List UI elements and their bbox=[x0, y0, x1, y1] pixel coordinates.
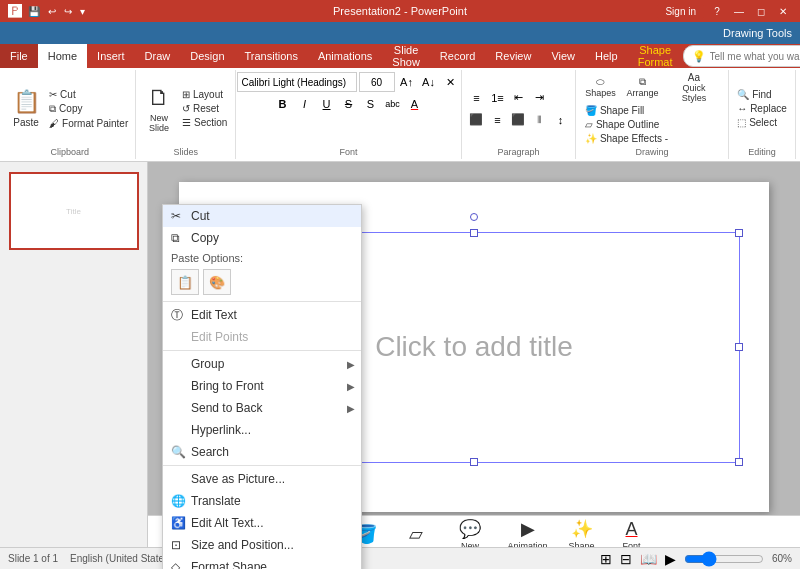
increase-font-btn[interactable]: A↑ bbox=[397, 72, 417, 92]
tab-draw[interactable]: Draw bbox=[135, 44, 181, 68]
ctx-edit-text[interactable]: Ⓣ Edit Text bbox=[163, 304, 361, 326]
handle-br[interactable] bbox=[735, 458, 743, 466]
increase-indent-btn[interactable]: ⇥ bbox=[529, 88, 549, 108]
ctx-bring-front[interactable]: Bring to Front ▶ bbox=[163, 375, 361, 397]
editing-btns: 🔍 Find ↔ Replace ⬚ Select bbox=[734, 88, 790, 129]
bullet-list-btn[interactable]: ≡ bbox=[466, 88, 486, 108]
ctx-alt-text[interactable]: ♿ Edit Alt Text... bbox=[163, 512, 361, 534]
canvas-area[interactable]: Click to add title ✂ Cut ⧉ Copy Paste Op… bbox=[148, 162, 800, 563]
paste-opt-1[interactable]: 📋 bbox=[171, 269, 199, 295]
section-button[interactable]: ☰ Section bbox=[179, 116, 230, 129]
format-painter-button[interactable]: 🖌 Format Painter bbox=[46, 117, 131, 130]
window-title: Presentation2 - PowerPoint bbox=[0, 5, 800, 17]
ctx-sep1 bbox=[163, 301, 361, 302]
quick-styles-icon: Aa bbox=[688, 72, 700, 83]
paste-button[interactable]: 📋 Paste bbox=[8, 80, 44, 138]
copy-button[interactable]: ⧉ Copy bbox=[46, 102, 131, 116]
shadow-button[interactable]: S bbox=[361, 94, 381, 114]
decrease-font-btn[interactable]: A↓ bbox=[419, 72, 439, 92]
editing-content: 🔍 Find ↔ Replace ⬚ Select bbox=[734, 72, 790, 145]
tab-help[interactable]: Help bbox=[585, 44, 628, 68]
shape-outline-btn[interactable]: ▱ Shape Outline bbox=[582, 118, 671, 131]
slide-thumbnail[interactable]: Title bbox=[9, 172, 139, 250]
tab-transitions[interactable]: Transitions bbox=[235, 44, 308, 68]
animation-styles-icon: ▶ bbox=[521, 518, 535, 540]
ctx-search[interactable]: 🔍 Search bbox=[163, 441, 361, 463]
status-right: ⊞ ⊟ 📖 ▶ 60% bbox=[600, 551, 792, 567]
charspacing-button[interactable]: abc bbox=[383, 94, 403, 114]
handle-tm[interactable] bbox=[470, 229, 478, 237]
shape-fill-btn[interactable]: 🪣 Shape Fill bbox=[582, 104, 671, 117]
cut-button[interactable]: ✂ Cut bbox=[46, 88, 131, 101]
font-row2: B I U S S abc A bbox=[273, 94, 425, 114]
find-button[interactable]: 🔍 Find bbox=[734, 88, 790, 101]
ctx-send-back[interactable]: Send to Back ▶ bbox=[163, 397, 361, 419]
quick-styles-button[interactable]: Aa Quick Styles bbox=[666, 72, 722, 102]
font-name-input[interactable] bbox=[237, 72, 357, 92]
slide-sorter-btn[interactable]: ⊟ bbox=[620, 551, 632, 567]
tab-review[interactable]: Review bbox=[485, 44, 541, 68]
ctx-cut[interactable]: ✂ Cut bbox=[163, 205, 361, 227]
clipboard-content: 📋 Paste ✂ Cut ⧉ Copy 🖌 Format Painter bbox=[8, 72, 131, 145]
ctx-format-shape[interactable]: ◇ Format Shape... bbox=[163, 556, 361, 569]
new-comment-icon: 💬 bbox=[459, 518, 481, 540]
tab-slideshow[interactable]: Slide Show bbox=[382, 44, 430, 68]
ctx-group[interactable]: Group ▶ bbox=[163, 353, 361, 375]
align-right-btn[interactable]: ⬛ bbox=[508, 110, 528, 130]
ctx-copy[interactable]: ⧉ Copy bbox=[163, 227, 361, 249]
ctx-size-position[interactable]: ⊡ Size and Position... bbox=[163, 534, 361, 556]
numbered-list-btn[interactable]: 1≡ bbox=[487, 88, 507, 108]
layout-button[interactable]: ⊞ Layout bbox=[179, 88, 230, 101]
paste-opt-2[interactable]: 🎨 bbox=[203, 269, 231, 295]
font-group-label: Font bbox=[340, 145, 358, 157]
arrange-button[interactable]: ⧉ Arrange bbox=[623, 72, 662, 102]
ctx-save-picture[interactable]: Save as Picture... bbox=[163, 468, 361, 490]
strikethrough-button[interactable]: S bbox=[339, 94, 359, 114]
replace-button[interactable]: ↔ Replace bbox=[734, 102, 790, 115]
tell-me-box[interactable]: 💡 bbox=[683, 45, 800, 67]
drawing-group-label: Drawing bbox=[635, 145, 668, 157]
font-size-input[interactable] bbox=[359, 72, 395, 92]
outline-icon: ▱ bbox=[585, 119, 593, 130]
bold-button[interactable]: B bbox=[273, 94, 293, 114]
handle-mr[interactable] bbox=[735, 343, 743, 351]
handle-tr[interactable] bbox=[735, 229, 743, 237]
font-color-button[interactable]: A bbox=[405, 94, 425, 114]
italic-button[interactable]: I bbox=[295, 94, 315, 114]
tab-design[interactable]: Design bbox=[180, 44, 234, 68]
text-direction-btn[interactable]: ↕ bbox=[550, 110, 570, 130]
reset-button[interactable]: ↺ Reset bbox=[179, 102, 230, 115]
handle-bm[interactable] bbox=[470, 458, 478, 466]
ctx-hyperlink[interactable]: Hyperlink... bbox=[163, 419, 361, 441]
tell-me-input[interactable] bbox=[710, 51, 800, 62]
clipboard-small-btns: ✂ Cut ⧉ Copy 🖌 Format Painter bbox=[46, 88, 131, 130]
reading-view-btn[interactable]: 📖 bbox=[640, 551, 657, 567]
new-slide-button[interactable]: 🗋 NewSlide bbox=[141, 80, 177, 138]
normal-view-btn[interactable]: ⊞ bbox=[600, 551, 612, 567]
align-left-btn[interactable]: ⬛ bbox=[466, 110, 486, 130]
align-center-btn[interactable]: ≡ bbox=[487, 110, 507, 130]
tab-record[interactable]: Record bbox=[430, 44, 485, 68]
send-back-arrow: ▶ bbox=[347, 403, 355, 414]
shape-effects-btn[interactable]: ✨ Shape Effects - bbox=[582, 132, 671, 145]
zoom-slider[interactable] bbox=[684, 551, 764, 567]
ctx-translate[interactable]: 🌐 Translate bbox=[163, 490, 361, 512]
ribbon-tabs: File Home Insert Draw Design Transitions… bbox=[0, 44, 683, 68]
select-button[interactable]: ⬚ Select bbox=[734, 116, 790, 129]
columns-btn[interactable]: ⫴ bbox=[529, 110, 549, 130]
size-position-icon: ⊡ bbox=[171, 538, 181, 552]
tab-insert[interactable]: Insert bbox=[87, 44, 135, 68]
rotate-handle[interactable] bbox=[470, 213, 478, 221]
clear-formatting-btn[interactable]: ✕ bbox=[441, 72, 461, 92]
decrease-indent-btn[interactable]: ⇤ bbox=[508, 88, 528, 108]
underline-button[interactable]: U bbox=[317, 94, 337, 114]
tab-view[interactable]: View bbox=[541, 44, 585, 68]
tab-home[interactable]: Home bbox=[38, 44, 87, 68]
title-placeholder-text[interactable]: Click to add title bbox=[375, 331, 573, 363]
tab-shapeformat[interactable]: Shape Format bbox=[628, 44, 683, 68]
tab-file[interactable]: File bbox=[0, 44, 38, 68]
tab-animations[interactable]: Animations bbox=[308, 44, 382, 68]
shapes-button[interactable]: ⬭ Shapes bbox=[582, 72, 619, 102]
slideshow-btn[interactable]: ▶ bbox=[665, 551, 676, 567]
slide-count: Slide 1 of 1 bbox=[8, 553, 58, 564]
